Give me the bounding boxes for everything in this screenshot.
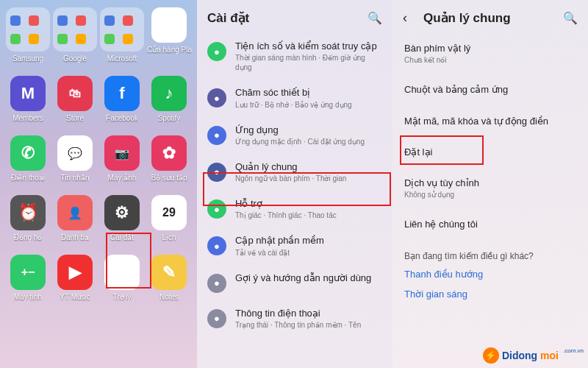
app-grid: SamsungGoogleMicrosoft▶Cửa hàng PlayMMem… bbox=[0, 0, 197, 308]
gm-item-label: Đặt lại bbox=[404, 146, 576, 158]
settings-item-label: Cập nhật phần mềm bbox=[235, 235, 382, 247]
settings-item[interactable]: ●Cập nhật phần mềmTải về và cài đặt bbox=[197, 227, 392, 264]
settings-item[interactable]: ●Ứng dụngỨng dụng mặc định · Cài đặt ứng… bbox=[197, 117, 392, 154]
watermark-sub: .com.vn bbox=[563, 347, 584, 354]
settings-item[interactable]: ●Tiện ích số và kiểm soát truy cậpThời g… bbox=[197, 33, 392, 79]
gm-item[interactable]: Đặt lại bbox=[392, 137, 588, 168]
app-bộ-sưu-tập[interactable]: ✿Bộ sưu tập bbox=[147, 135, 191, 182]
app-label: Máy tính bbox=[14, 293, 42, 301]
settings-item-icon: ● bbox=[207, 42, 226, 61]
app-notes[interactable]: ✎Notes bbox=[147, 255, 191, 301]
settings-item-label: Quản lý chung bbox=[235, 161, 382, 173]
app-icon bbox=[6, 7, 50, 52]
looking-for-else: Bạn đang tìm kiếm điều gì khác? bbox=[392, 241, 588, 264]
app-label: Danh bạ bbox=[61, 233, 89, 241]
app-label: Máy ảnh bbox=[108, 174, 137, 182]
settings-item[interactable]: ●Thông tin điện thoạiTrạng thái · Thông … bbox=[197, 300, 392, 337]
gm-item[interactable]: Bàn phím vật lýChưa kết nối bbox=[392, 33, 588, 74]
settings-item-icon: ● bbox=[207, 274, 226, 293]
gm-item-sub: Không sử dụng bbox=[404, 190, 576, 199]
gm-item[interactable]: Dịch vụ tùy chỉnhKhông sử dụng bbox=[392, 168, 588, 209]
app-facebook[interactable]: fFacebook bbox=[100, 76, 144, 122]
gm-item[interactable]: Chuột và bảng cảm ứng bbox=[392, 74, 588, 105]
app-label: Bộ sưu tập bbox=[151, 174, 187, 182]
settings-item-sub: Lưu trữ · Bộ nhớ · Bảo vệ ứng dụng bbox=[235, 100, 382, 110]
app-lịch[interactable]: 29Lịch bbox=[147, 195, 191, 241]
settings-item[interactable]: ●Gợi ý và hướng dẫn người dùng bbox=[197, 265, 392, 300]
settings-item-icon: ● bbox=[207, 309, 226, 328]
app-icon: ✿ bbox=[151, 135, 187, 171]
gm-item-label: Bàn phím vật lý bbox=[404, 43, 576, 54]
link-screen-timeout[interactable]: Thời gian sáng bbox=[392, 284, 588, 304]
panel-settings: Cài đặt 🔍 ●Tiện ích số và kiểm soát truy… bbox=[197, 0, 392, 368]
app-label: Store bbox=[66, 114, 84, 122]
app-cài-đặt[interactable]: ⚙Cài đặt bbox=[100, 195, 144, 241]
settings-item-label: Thông tin điện thoại bbox=[235, 308, 382, 319]
settings-item[interactable]: ●Hỗ trợThị giác · Thính giác · Thao tác bbox=[197, 191, 392, 227]
gm-item-label: Chuột và bảng cảm ứng bbox=[404, 84, 576, 96]
app-cửa-hàng-play[interactable]: ▶Cửa hàng Play bbox=[147, 7, 191, 63]
app-label: Điện thoại bbox=[11, 174, 45, 182]
app-label: Microsoft bbox=[107, 54, 137, 63]
settings-item-sub: Thị giác · Thính giác · Thao tác bbox=[235, 210, 382, 220]
app-danh-bạ[interactable]: 👤Danh bạ bbox=[53, 195, 97, 241]
app-icon: ⚙ bbox=[104, 195, 140, 230]
app-members[interactable]: MMembers bbox=[6, 76, 50, 122]
settings-item-sub: Thời gian sáng màn hình · Đếm giờ ứng dụ… bbox=[235, 53, 382, 72]
app-label: Notes bbox=[159, 293, 179, 301]
app-icon: M bbox=[10, 76, 46, 111]
settings-item-label: Tiện ích số và kiểm soát truy cập bbox=[235, 40, 382, 52]
panel-home-screen: SamsungGoogleMicrosoft▶Cửa hàng PlayMMem… bbox=[0, 0, 197, 368]
settings-item-label: Hỗ trợ bbox=[235, 198, 382, 210]
app-icon bbox=[100, 7, 144, 52]
app-label: Trợ lý bbox=[112, 293, 131, 301]
gm-item[interactable]: Liên hệ chúng tôi bbox=[392, 209, 588, 240]
gm-item[interactable]: Mật mã, mã khóa và tự động điền bbox=[392, 106, 588, 137]
app-microsoft[interactable]: Microsoft bbox=[100, 7, 144, 63]
gm-item-label: Dịch vụ tùy chỉnh bbox=[404, 177, 576, 189]
settings-item-label: Chăm sóc thiết bị bbox=[235, 87, 382, 99]
app-yt-music[interactable]: ▶YT Music bbox=[53, 255, 97, 301]
app-đồng-hồ[interactable]: ⏰Đồng hồ bbox=[6, 195, 50, 241]
gm-title: Quản lý chung bbox=[423, 10, 556, 26]
settings-item-icon: ● bbox=[207, 199, 226, 219]
app-icon: ✎ bbox=[151, 255, 187, 290]
settings-item-sub: Ứng dụng mặc định · Cài đặt ứng dụng bbox=[235, 137, 382, 146]
app-icon: ✆ bbox=[10, 135, 46, 171]
app-google[interactable]: Google bbox=[53, 7, 97, 63]
app-icon: ▶ bbox=[57, 255, 93, 290]
app-icon: 🛍 bbox=[57, 76, 93, 111]
app-label: Lịch bbox=[162, 233, 176, 241]
app-store[interactable]: 🛍Store bbox=[53, 76, 97, 122]
app-samsung[interactable]: Samsung bbox=[6, 7, 50, 63]
settings-item-icon: ● bbox=[207, 126, 226, 145]
app-điện-thoại[interactable]: ✆Điện thoại bbox=[6, 135, 50, 182]
app-spotify[interactable]: ♪Spotify bbox=[147, 76, 191, 122]
app-máy-ảnh[interactable]: 📷Máy ảnh bbox=[100, 135, 144, 182]
link-nav-bar[interactable]: Thanh điều hướng bbox=[392, 264, 588, 284]
back-icon[interactable]: ‹ bbox=[403, 10, 416, 26]
app-icon bbox=[53, 7, 97, 52]
search-icon[interactable]: 🔍 bbox=[563, 11, 578, 25]
watermark-brand1: Didong bbox=[502, 350, 537, 361]
app-tin-nhắn[interactable]: 💬Tin nhắn bbox=[53, 135, 97, 182]
app-icon: ⏰ bbox=[10, 195, 46, 230]
search-icon[interactable]: 🔍 bbox=[368, 11, 382, 25]
settings-item-icon: ● bbox=[207, 88, 226, 107]
settings-item-sub: Tải về và cài đặt bbox=[235, 248, 382, 258]
app-icon: ◐ bbox=[104, 255, 140, 290]
app-máy-tính[interactable]: +−Máy tính bbox=[6, 255, 50, 301]
app-label: YT Music bbox=[60, 293, 90, 301]
watermark-logo-icon: ⚡ bbox=[483, 347, 499, 364]
settings-item-sub: Ngôn ngữ và bàn phím · Thời gian bbox=[235, 174, 382, 183]
settings-item[interactable]: ●Chăm sóc thiết bịLưu trữ · Bộ nhớ · Bảo… bbox=[197, 79, 392, 116]
settings-item[interactable]: ●Quản lý chungNgôn ngữ và bàn phím · Thờ… bbox=[197, 154, 392, 191]
app-trợ-lý[interactable]: ◐Trợ lý bbox=[100, 255, 144, 301]
app-label: Facebook bbox=[106, 114, 138, 122]
app-icon: +− bbox=[10, 255, 46, 290]
app-icon: ♪ bbox=[151, 76, 187, 111]
app-icon: 👤 bbox=[57, 195, 93, 230]
app-icon: 💬 bbox=[57, 135, 93, 171]
settings-item-sub: Trạng thái · Thông tin phần mềm · Tên bbox=[235, 320, 382, 330]
settings-item-icon: ● bbox=[207, 236, 226, 255]
